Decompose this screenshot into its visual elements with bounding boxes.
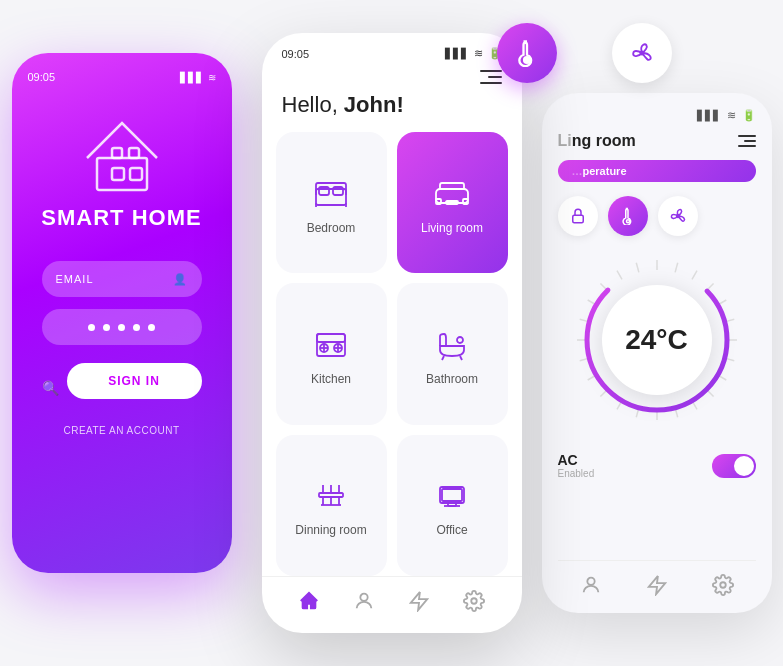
password-field[interactable]: [42, 309, 202, 345]
room-card-dining[interactable]: Dinning room: [276, 435, 387, 576]
ac-toggle[interactable]: [712, 454, 756, 478]
svg-rect-39: [572, 215, 583, 223]
dot-2: [103, 324, 110, 331]
hamburger-line-3: [480, 82, 502, 84]
r-hline-3: [738, 145, 756, 147]
svg-rect-3: [112, 148, 122, 158]
svg-rect-5: [316, 189, 346, 205]
svg-point-22: [457, 337, 463, 343]
nav-settings[interactable]: [462, 589, 486, 613]
svg-point-68: [587, 578, 594, 585]
living-icon: [434, 175, 470, 211]
svg-line-65: [636, 263, 639, 273]
svg-line-43: [675, 263, 678, 273]
office-icon: [434, 477, 470, 513]
nav-lightning[interactable]: [407, 589, 431, 613]
rooms-grid: Bedroom Living room: [262, 132, 522, 576]
svg-point-69: [720, 582, 726, 588]
thermo-float-icon: [513, 39, 541, 67]
svg-rect-34: [442, 489, 462, 501]
phone-left: 09:05 ▋▋▋ ≋ SMART HOME EMAIL 👤: [12, 53, 232, 573]
svg-line-24: [460, 356, 462, 360]
sign-in-button[interactable]: SIGN IN: [67, 363, 202, 399]
svg-rect-1: [112, 168, 124, 180]
house-icon: [77, 113, 167, 197]
bedroom-icon: [313, 175, 349, 211]
user-name: John!: [344, 92, 404, 117]
email-label: EMAIL: [56, 273, 94, 285]
right-hamburger[interactable]: [738, 135, 756, 147]
center-bottom-nav: [262, 576, 522, 633]
svg-point-37: [360, 594, 367, 601]
fan-control[interactable]: [658, 196, 698, 236]
svg-point-40: [626, 220, 629, 223]
greeting-text: Hello,: [282, 92, 344, 117]
wifi-icon-c: ≋: [474, 47, 483, 60]
scene: 09:05 ▋▋▋ ≋ SMART HOME EMAIL 👤: [12, 13, 772, 653]
dot-3: [118, 324, 125, 331]
room-card-bedroom[interactable]: Bedroom: [276, 132, 387, 273]
nav-profile[interactable]: [352, 589, 376, 613]
search-icon-left: 🔍: [42, 380, 59, 396]
temp-dial[interactable]: 24°C: [567, 250, 747, 430]
hamburger-line-1: [480, 70, 502, 72]
dining-label: Dinning room: [295, 523, 366, 537]
create-account-link[interactable]: CREATE AN ACCOUNT: [63, 425, 179, 436]
right-nav-lightning[interactable]: [645, 573, 669, 597]
svg-line-64: [617, 271, 622, 280]
room-card-office[interactable]: Office: [397, 435, 508, 576]
signal-icon-r: ▋▋▋: [697, 110, 721, 121]
temp-control[interactable]: [608, 196, 648, 236]
kitchen-icon: [313, 326, 349, 362]
svg-rect-12: [463, 199, 468, 204]
svg-point-71: [639, 51, 644, 56]
svg-point-38: [471, 598, 477, 604]
battery-icon-r: 🔋: [742, 109, 756, 122]
wifi-icon-r: ≋: [727, 109, 736, 122]
center-header: [262, 60, 522, 92]
float-thermometer[interactable]: [497, 23, 557, 83]
svg-rect-15: [317, 334, 345, 342]
hamburger-line-2: [488, 76, 502, 78]
kitchen-label: Kitchen: [311, 372, 351, 386]
left-time: 09:05: [28, 71, 56, 83]
room-card-bathroom[interactable]: Bathroom: [397, 283, 508, 424]
email-field[interactable]: EMAIL 👤: [42, 261, 202, 297]
center-status-bar: 09:05 ▋▋▋ ≋ 🔋: [262, 33, 522, 60]
svg-rect-25: [319, 493, 343, 497]
signal-icon-c: ▋▋▋: [445, 48, 469, 59]
svg-rect-4: [129, 148, 139, 158]
r-hline-2: [744, 140, 756, 142]
svg-rect-0: [97, 158, 147, 190]
bedroom-label: Bedroom: [307, 221, 356, 235]
right-top-row: Ling room: [558, 132, 756, 150]
center-time: 09:05: [282, 48, 310, 60]
dot-1: [88, 324, 95, 331]
room-card-kitchen[interactable]: Kitchen: [276, 283, 387, 424]
svg-point-70: [524, 57, 530, 63]
phone-right: ▋▋▋ ≋ 🔋 Ling room …perature: [542, 93, 772, 613]
right-nav-settings[interactable]: [711, 573, 735, 597]
wifi-icon: ≋: [208, 72, 216, 83]
nav-home[interactable]: [297, 589, 321, 613]
office-label: Office: [436, 523, 467, 537]
living-label: Living room: [421, 221, 483, 235]
right-bottom-nav: [558, 560, 756, 597]
left-status-bar: 09:05 ▋▋▋ ≋: [28, 71, 216, 83]
svg-rect-11: [436, 199, 441, 204]
bathroom-icon: [434, 326, 470, 362]
control-icons: [558, 196, 756, 236]
ac-row: AC Enabled: [558, 452, 756, 479]
right-status-bar: ▋▋▋ ≋ 🔋: [558, 109, 756, 122]
ac-label: AC: [558, 452, 595, 468]
lock-control[interactable]: [558, 196, 598, 236]
svg-line-44: [692, 271, 697, 280]
signal-icon: ▋▋▋: [180, 72, 204, 83]
temp-tab[interactable]: …perature: [558, 160, 756, 182]
float-fan[interactable]: [612, 23, 672, 83]
greeting: Hello, John!: [262, 92, 522, 132]
room-card-living[interactable]: Living room: [397, 132, 508, 273]
hamburger-menu[interactable]: [480, 70, 502, 84]
right-nav-profile[interactable]: [579, 573, 603, 597]
user-icon: 👤: [173, 273, 188, 286]
